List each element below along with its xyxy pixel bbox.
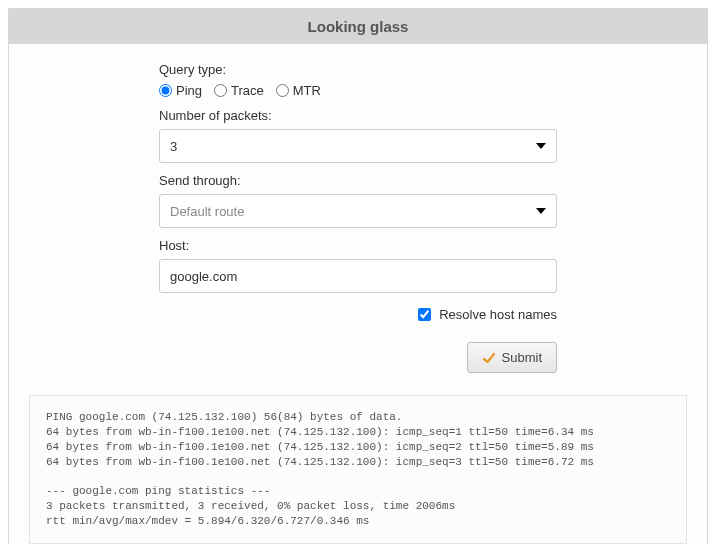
resolve-checkbox[interactable]: [418, 308, 431, 321]
radio-mtr-label: MTR: [293, 83, 321, 98]
query-type-radios: Ping Trace MTR: [159, 83, 557, 98]
radio-trace[interactable]: Trace: [214, 83, 264, 98]
query-type-label: Query type:: [159, 62, 557, 77]
radio-trace-input[interactable]: [214, 84, 227, 97]
looking-glass-panel: Looking glass Query type: Ping Trace MTR…: [8, 8, 708, 544]
host-label: Host:: [159, 238, 557, 253]
panel-title: Looking glass: [9, 9, 707, 44]
resolve-hostnames[interactable]: Resolve host names: [414, 305, 557, 324]
submit-button[interactable]: Submit: [467, 342, 557, 373]
resolve-label: Resolve host names: [439, 307, 557, 322]
packets-select[interactable]: 3: [159, 129, 557, 163]
radio-trace-label: Trace: [231, 83, 264, 98]
send-through-label: Send through:: [159, 173, 557, 188]
output-console: PING google.com (74.125.132.100) 56(84) …: [29, 395, 687, 544]
submit-label: Submit: [502, 350, 542, 365]
check-icon: [482, 351, 496, 365]
radio-ping-label: Ping: [176, 83, 202, 98]
packets-label: Number of packets:: [159, 108, 557, 123]
radio-mtr-input[interactable]: [276, 84, 289, 97]
radio-ping[interactable]: Ping: [159, 83, 202, 98]
host-input[interactable]: [159, 259, 557, 293]
radio-mtr[interactable]: MTR: [276, 83, 321, 98]
form-area: Query type: Ping Trace MTR Number of pac…: [9, 44, 707, 387]
send-through-select[interactable]: Default route: [159, 194, 557, 228]
radio-ping-input[interactable]: [159, 84, 172, 97]
